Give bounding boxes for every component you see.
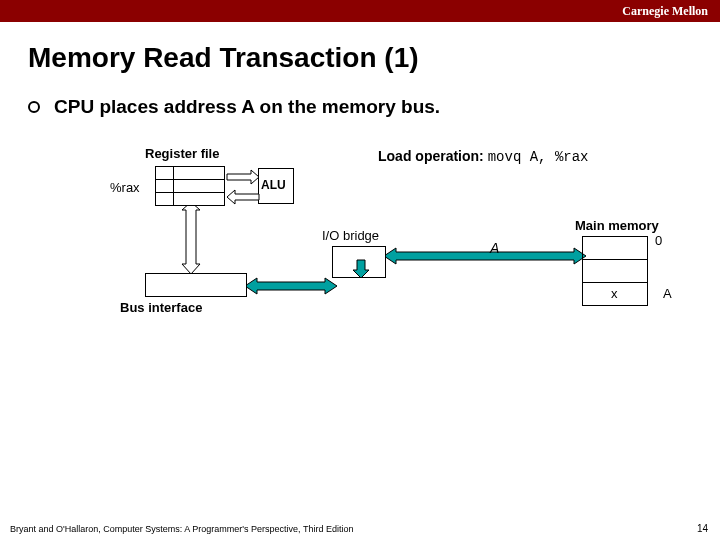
alu-label: ALU <box>261 178 286 192</box>
register-file-box <box>155 166 225 206</box>
regfile-divider <box>173 166 174 206</box>
bullet-row: CPU places address A on the memory bus. <box>0 74 720 118</box>
mem-value-x: x <box>611 286 618 301</box>
svg-marker-3 <box>247 278 337 294</box>
mem-addr-A: A <box>663 286 672 301</box>
rax-label: %rax <box>110 180 140 195</box>
bus-value-A: A <box>490 240 499 256</box>
arrow-reg-alu <box>225 168 260 208</box>
regfile-label: Register file <box>145 146 219 161</box>
svg-marker-2 <box>182 206 200 274</box>
load-op-code: movq A, %rax <box>488 149 589 165</box>
bus-arrow-right <box>386 246 586 266</box>
mem-addr-zero: 0 <box>655 233 662 248</box>
io-bridge-label: I/O bridge <box>322 228 379 243</box>
diagram: Register file %rax ALU Load operation: m… <box>0 138 720 398</box>
arrow-reg-bus <box>180 206 202 276</box>
footer-credit: Bryant and O'Hallaron, Computer Systems:… <box>10 524 353 534</box>
regfile-divider <box>155 192 225 193</box>
bus-interface-label: Bus interface <box>120 300 202 315</box>
memory-divider <box>582 282 648 283</box>
org-label: Carnegie Mellon <box>622 4 708 18</box>
svg-marker-0 <box>227 170 259 184</box>
slide-title: Memory Read Transaction (1) <box>0 22 720 74</box>
regfile-divider <box>155 179 225 180</box>
bullet-icon <box>28 101 40 113</box>
header-bar: Carnegie Mellon <box>0 0 720 22</box>
memory-divider <box>582 259 648 260</box>
load-op-prefix: Load operation: <box>378 148 488 164</box>
bus-arrow-io-vert <box>353 250 369 280</box>
bus-interface-box <box>145 273 247 297</box>
load-op-label: Load operation: movq A, %rax <box>378 148 589 165</box>
main-memory-label: Main memory <box>575 218 659 233</box>
bus-arrow-left <box>247 276 337 296</box>
svg-marker-5 <box>386 248 586 264</box>
bullet-text: CPU places address A on the memory bus. <box>54 96 440 118</box>
footer-page: 14 <box>697 523 708 534</box>
svg-marker-4 <box>353 260 369 278</box>
svg-marker-1 <box>227 190 259 204</box>
